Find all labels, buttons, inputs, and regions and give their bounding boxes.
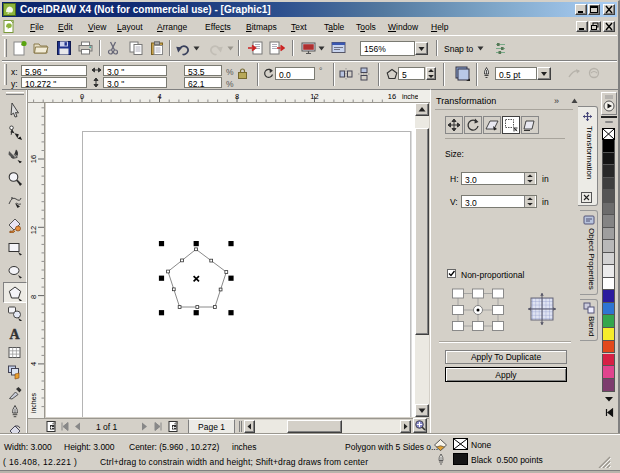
svg-text:12: 12	[29, 226, 38, 234]
svg-text:8: 8	[29, 295, 38, 299]
svg-text:inches: inches	[30, 392, 37, 413]
svg-text:inches: inches	[402, 93, 418, 100]
svg-text:A: A	[9, 327, 20, 342]
svg-text:12: 12	[310, 92, 318, 101]
svg-text:8: 8	[235, 92, 239, 101]
svg-text:4: 4	[29, 362, 38, 366]
svg-text:16: 16	[29, 155, 38, 163]
svg-text:4: 4	[157, 92, 161, 101]
svg-text:16: 16	[388, 92, 396, 101]
svg-text:0: 0	[80, 92, 84, 101]
